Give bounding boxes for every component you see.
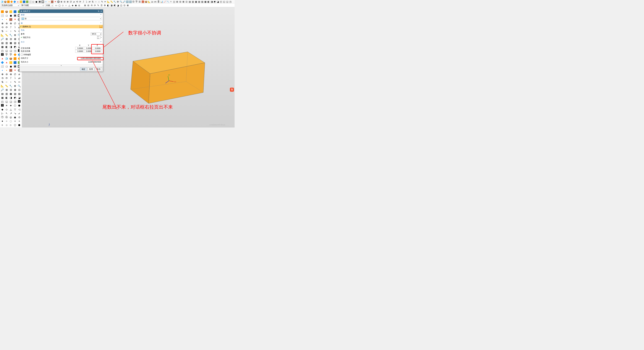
palette-icon-28[interactable]: ✎	[13, 29, 17, 33]
palette-icon-20[interactable]: ⟲	[0, 25, 4, 29]
toolbar-icon-49[interactable]: 🗃	[154, 0, 157, 3]
palette-icon-133[interactable]: ↘	[13, 111, 17, 115]
toolbar-icon-47[interactable]: 📐	[148, 0, 150, 3]
palette-icon-3[interactable]: 🟦	[13, 10, 17, 14]
palette-icon-125[interactable]: ◆	[0, 108, 4, 111]
toolbar-icon-12[interactable]: 🔳	[38, 0, 41, 3]
toolbar-icon-35[interactable]: 📏	[110, 0, 113, 3]
toolbar-icon-30[interactable]: ↔	[94, 0, 97, 3]
palette-icon-97[interactable]: 🔧	[9, 84, 13, 88]
palette-icon-96[interactable]: 📏	[4, 84, 8, 88]
toolbar-icon-4[interactable]: 🔷	[13, 0, 16, 3]
palette-icon-51[interactable]: ◱	[4, 49, 8, 53]
toolbar-icon-48[interactable]: 🗂	[151, 0, 154, 3]
palette-icon-100[interactable]: 🔎	[0, 88, 4, 92]
toolbar-icon-44[interactable]: 迏	[138, 0, 141, 3]
filter-icon1-4[interactable]: △	[68, 4, 71, 7]
palette-icon-13[interactable]: 🔻	[13, 18, 17, 21]
palette-icon-149[interactable]: ⬟	[17, 123, 21, 127]
palette-icon-124[interactable]: ⬢	[17, 104, 21, 107]
dialog-close-icon[interactable]: ✕	[100, 10, 102, 12]
palette-icon-31[interactable]: 📏	[4, 33, 8, 37]
section-header-direction[interactable]: 方向 ⌃	[20, 28, 103, 32]
palette-icon-12[interactable]: 🟫	[9, 18, 13, 21]
palette-icon-55[interactable]: 🅱	[0, 53, 4, 57]
toolbar-icon-15[interactable]: 🔸	[48, 0, 50, 3]
palette-icon-36[interactable]: ⊞	[4, 37, 8, 41]
toolbar-icon-5[interactable]: 🔺	[16, 0, 19, 3]
toolbar-icon-53[interactable]: 📉	[166, 0, 169, 3]
palette-icon-114[interactable]: ◪	[17, 96, 21, 100]
palette-icon-16[interactable]: ⊖	[4, 22, 8, 25]
toolbar-icon-32[interactable]: ✎	[101, 0, 104, 3]
toolbar-icon-25[interactable]: ⟳	[79, 0, 82, 3]
symmetric-offset-checkbox[interactable]	[21, 54, 23, 56]
filter-icon2-3[interactable]: ⟳	[94, 4, 96, 7]
palette-icon-72[interactable]: ◼	[9, 65, 13, 68]
toolbar-icon-26[interactable]: ⤴	[82, 0, 85, 3]
palette-icon-60[interactable]: 🔺	[0, 57, 4, 60]
palette-icon-77[interactable]: 🟫	[9, 68, 13, 72]
filter-icon2-7[interactable]: ◧	[107, 4, 110, 7]
toolbar-icon-71[interactable]: ◱	[223, 0, 226, 3]
toolbar-icon-61[interactable]: ▥	[192, 0, 194, 3]
section-header-type[interactable]: 类型 ⌃	[20, 13, 103, 17]
dialog-collapse-bar[interactable]: ▾	[20, 65, 103, 67]
palette-icon-35[interactable]: 🔎	[0, 37, 4, 41]
palette-icon-0[interactable]: 🟧	[0, 10, 4, 14]
palette-icon-123[interactable]: ⬡	[13, 104, 17, 107]
palette-icon-128[interactable]: ▽	[13, 108, 17, 111]
toolbar-icon-3[interactable]: 🔶	[10, 0, 13, 3]
toolbar-icon-59[interactable]: ⊡	[185, 0, 188, 3]
palette-icon-81[interactable]: ⊖	[4, 72, 8, 76]
filter-icon2-4[interactable]: ✎	[97, 4, 100, 7]
palette-icon-119[interactable]: 🅰	[17, 100, 21, 103]
palette-icon-83[interactable]: ∅	[13, 72, 17, 76]
toolbar-icon-8[interactable]: 🟩	[26, 0, 28, 3]
filter-icon2-2[interactable]: ⟲	[90, 4, 93, 7]
palette-icon-21[interactable]: ⟳	[4, 25, 8, 29]
filter-icon2-12[interactable]: ⊡	[123, 4, 126, 7]
palette-icon-50[interactable]: ◰	[0, 49, 4, 53]
toolbar-icon-34[interactable]: 📐	[107, 0, 110, 3]
toolbar-icon-64[interactable]: ▨	[201, 0, 204, 3]
pos-safe-y[interactable]: 3.0000	[84, 47, 93, 50]
palette-icon-61[interactable]: 🧊	[4, 57, 8, 60]
toolbar-icon-70[interactable]: ◰	[220, 0, 222, 3]
palette-icon-115[interactable]: ◰	[0, 100, 4, 103]
palette-icon-11[interactable]: 🔸	[4, 18, 8, 21]
palette-icon-103[interactable]: ⊠	[13, 88, 17, 92]
palette-icon-139[interactable]: ⊙	[17, 115, 21, 119]
palette-icon-112[interactable]: ◨	[9, 96, 13, 100]
toolbar-icon-14[interactable]: 🔹	[44, 0, 47, 3]
palette-icon-84[interactable]: ⌀	[17, 72, 21, 76]
palette-icon-120[interactable]: 🅱	[0, 104, 4, 107]
assembly-scope-combo[interactable]: 整个装配	[21, 4, 44, 7]
palette-icon-25[interactable]: ⇅	[0, 29, 4, 33]
palette-icon-56[interactable]: 字	[4, 53, 8, 57]
toolbar-icon-31[interactable]: ↕	[98, 0, 100, 3]
toolbar-icon-36[interactable]: 🔧	[113, 0, 116, 3]
palette-icon-43[interactable]: ▧	[13, 41, 17, 45]
filter-icon2-5[interactable]: ☰	[100, 4, 103, 7]
toolbar-icon-11[interactable]: ◼	[35, 0, 38, 3]
toolbar-icon-39[interactable]: 🔎	[122, 0, 126, 3]
palette-icon-71[interactable]: ◻	[4, 65, 8, 68]
toolbar-icon-38[interactable]: 🔍	[120, 0, 122, 3]
palette-icon-111[interactable]: ◧	[4, 96, 8, 100]
palette-icon-107[interactable]: ▦	[9, 92, 13, 96]
toolbar-icon-18[interactable]: 🔘	[57, 0, 60, 3]
palette-icon-18[interactable]: ∅	[13, 22, 17, 25]
palette-icon-86[interactable]: ⟳	[4, 76, 8, 80]
palette-icon-143[interactable]: ⟡	[13, 119, 17, 123]
dialog-refresh-icon[interactable]: ↻	[98, 10, 100, 12]
palette-icon-121[interactable]: ☀	[4, 104, 8, 107]
toolbar-icon-9[interactable]: ⬜	[29, 0, 32, 3]
palette-icon-41[interactable]: ▥	[4, 41, 8, 45]
filter-icon2-13[interactable]: ⊠	[126, 4, 129, 7]
palette-icon-142[interactable]: ◌	[9, 119, 13, 123]
filter-icon1-3[interactable]: ○	[64, 4, 68, 7]
palette-icon-26[interactable]: ↔	[4, 29, 8, 33]
toolbar-icon-63[interactable]: ▧	[198, 0, 200, 3]
palette-icon-89[interactable]: ⇄	[17, 76, 21, 80]
